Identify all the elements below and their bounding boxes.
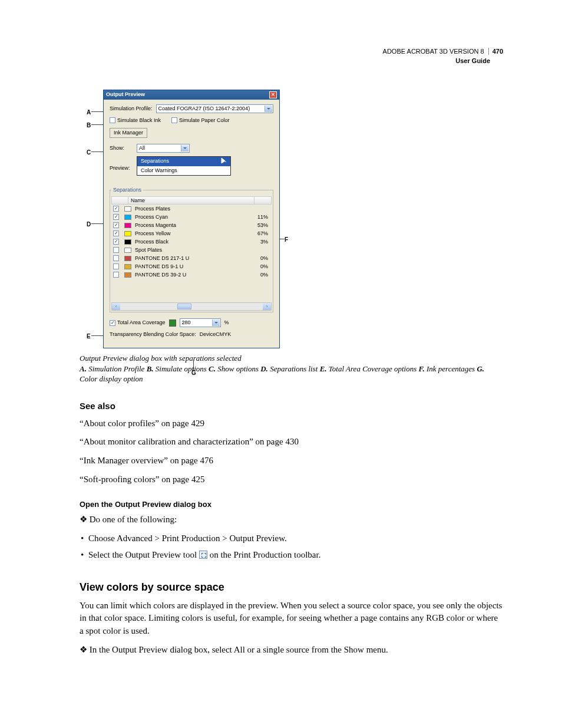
color-swatch-icon: [124, 231, 131, 236]
view-colors-para: You can limit which colors are displayed…: [80, 599, 503, 638]
row-checkbox[interactable]: ✓: [113, 230, 119, 236]
name-column-header: Name: [128, 197, 254, 204]
row-checkbox[interactable]: [113, 247, 119, 253]
callout-e: E: [87, 332, 91, 341]
show-dropdown[interactable]: All: [137, 144, 190, 153]
simulate-black-ink-checkbox[interactable]: [110, 117, 115, 123]
callout-f: F: [285, 236, 288, 245]
dialog-titlebar: Output Preview ✕: [104, 90, 279, 100]
table-row: ✓Process Plates: [111, 205, 272, 213]
see-also-link[interactable]: “Ink Manager overview” on page 476: [80, 454, 503, 467]
row-checkbox[interactable]: ✓: [113, 214, 119, 220]
see-also-link[interactable]: “Soft-proofing colors” on page 425: [80, 473, 503, 486]
tac-percent-label: %: [224, 319, 229, 327]
preview-menu-color-warnings[interactable]: Color Warnings: [137, 166, 230, 175]
page-number: 470: [488, 48, 503, 55]
table-row: PANTONE DS 39-2 U0%: [111, 271, 272, 279]
show-label: Show:: [110, 144, 133, 152]
row-percentage: 0%: [248, 271, 272, 279]
row-name: PANTONE DS 9-1 U: [135, 263, 248, 271]
color-swatch-icon: [124, 248, 131, 253]
view-colors-step: In the Output Preview dialog box, select…: [80, 644, 503, 657]
callout-c: C: [87, 149, 91, 157]
list-item: Select the Output Preview tool on the Pr…: [88, 549, 503, 562]
table-row: ✓Process Cyan11%: [111, 213, 272, 221]
row-checkbox[interactable]: [113, 272, 119, 278]
open-steps-list: Choose Advanced > Print Production > Out…: [80, 532, 503, 562]
page-header: ADOBE ACROBAT 3D VERSION 8 470 User Guid…: [80, 47, 503, 66]
table-row: Spot Plates: [111, 246, 272, 254]
row-name: PANTONE DS 39-2 U: [135, 271, 248, 279]
color-swatch-icon: [124, 239, 131, 245]
output-preview-tool-icon: [199, 551, 207, 559]
callout-a: A: [87, 108, 91, 117]
scroll-right-icon: ›: [263, 303, 271, 310]
color-swatch-icon: [124, 272, 131, 278]
caption-line: Output Preview dialog box with separatio…: [80, 353, 503, 364]
table-row: ✓Process Black3%: [111, 238, 272, 246]
row-percentage: 67%: [248, 230, 272, 238]
row-checkbox[interactable]: ✓: [113, 206, 119, 212]
row-checkbox[interactable]: [113, 255, 119, 261]
row-percentage: 0%: [248, 255, 272, 262]
view-colors-heading: View colors by source space: [80, 579, 503, 595]
row-checkbox[interactable]: [113, 263, 119, 269]
color-swatch-icon: [124, 223, 131, 228]
row-name: PANTONE DS 217-1 U: [135, 255, 248, 262]
see-also-link[interactable]: “About monitor calibration and character…: [80, 436, 503, 449]
table-row: ✓Process Magenta53%: [111, 221, 272, 229]
table-row: PANTONE DS 217-1 U0%: [111, 254, 272, 262]
simulate-paper-color-checkbox[interactable]: [171, 117, 177, 123]
tac-swatch-icon: [169, 319, 176, 327]
figure-output-preview: A B C D E F G Output Preview ✕ Simulatio…: [91, 90, 292, 348]
total-area-coverage-checkbox[interactable]: ✓: [110, 320, 115, 326]
dialog-title: Output Preview: [106, 91, 145, 98]
row-percentage: 0%: [248, 263, 272, 271]
table-row: PANTONE DS 9-1 U0%: [111, 262, 272, 271]
color-swatch-icon: [124, 215, 131, 220]
separations-header: Name: [111, 196, 272, 205]
color-swatch-icon: [124, 256, 131, 261]
guide-label: User Guide: [80, 57, 503, 66]
color-swatch-icon: [124, 264, 131, 269]
row-name: Process Plates: [135, 205, 248, 213]
see-also-link[interactable]: “About color profiles” on page 429: [80, 417, 503, 430]
row-percentage: 11%: [248, 213, 272, 221]
simulation-profile-dropdown[interactable]: Coated FOGRA27 (ISO 12647-2:2004): [156, 104, 273, 113]
scroll-left-icon: ‹: [112, 303, 120, 310]
separations-legend: Separations: [111, 186, 143, 194]
separations-group: Separations Name ✓Process Plates✓Process…: [110, 186, 273, 312]
row-name: Process Cyan: [135, 213, 248, 221]
row-name: Process Black: [135, 238, 248, 246]
product-name: ADOBE ACROBAT 3D VERSION 8: [383, 48, 484, 55]
output-preview-dialog: Output Preview ✕ Simulation Profile: Coa…: [103, 90, 280, 348]
preview-menu[interactable]: Separations Color Warnings: [137, 156, 231, 176]
preview-menu-separations: Separations: [137, 157, 230, 166]
total-area-coverage-label: Total Area Coverage: [117, 319, 166, 327]
transparency-blend-label: Transparency Blending Color Space:: [110, 331, 196, 338]
row-name: Process Yellow: [135, 230, 248, 238]
ink-manager-button[interactable]: Ink Manager: [110, 128, 147, 138]
simulate-black-ink-label: Simulate Black Ink: [117, 117, 161, 124]
row-percentage: 53%: [248, 222, 272, 229]
figure-caption: Output Preview dialog box with separatio…: [80, 353, 503, 384]
see-also-heading: See also: [80, 400, 503, 413]
table-row: ✓Process Yellow67%: [111, 229, 272, 238]
tac-value-dropdown[interactable]: 280: [180, 318, 221, 327]
row-name: Process Magenta: [135, 222, 248, 229]
transparency-blend-value: DeviceCMYK: [200, 331, 232, 338]
row-name: Spot Plates: [135, 246, 248, 254]
list-item: Choose Advanced > Print Production > Out…: [88, 532, 503, 545]
callout-b: B: [87, 121, 91, 130]
simulation-profile-label: Simulation Profile:: [110, 105, 153, 113]
row-checkbox[interactable]: ✓: [113, 222, 119, 228]
open-output-preview-heading: Open the Output Preview dialog box: [80, 499, 503, 510]
simulate-paper-color-label: Simulate Paper Color: [179, 117, 230, 124]
row-percentage: 3%: [248, 238, 272, 246]
separations-scrollbar[interactable]: ‹ ›: [111, 302, 272, 311]
color-swatch-icon: [124, 206, 131, 212]
close-icon[interactable]: ✕: [269, 91, 277, 98]
callout-g: G: [191, 369, 196, 378]
row-checkbox[interactable]: ✓: [113, 239, 119, 245]
callout-d: D: [87, 220, 91, 229]
